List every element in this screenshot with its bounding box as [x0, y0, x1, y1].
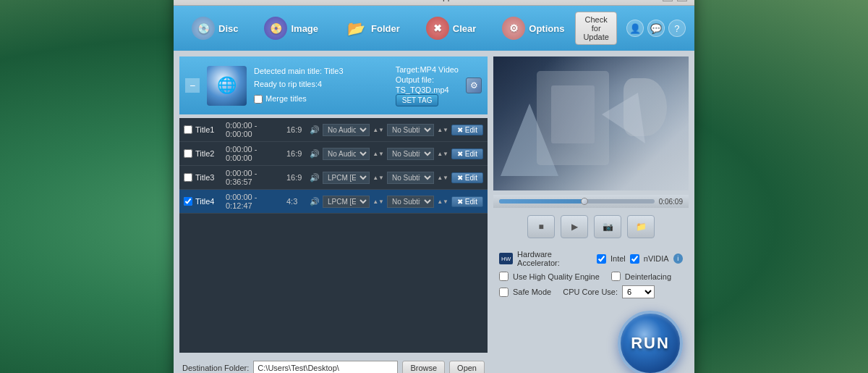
title3-checkbox[interactable] — [184, 173, 192, 182]
intel-label: Intel — [610, 254, 626, 263]
toolbar: 💿 Disc 📀 Image 📂 Folder ✖ Clear ⚙ Option… — [174, 6, 694, 51]
title1-ratio: 16:9 — [286, 125, 307, 134]
play-icon: ▶ — [571, 222, 578, 232]
minimize-button[interactable]: − — [663, 0, 673, 1]
set-tag-button[interactable]: SET TAG — [396, 94, 439, 106]
title1-volume-icon: 🔊 — [310, 125, 320, 135]
title4-time: 0:00:00 - 0:12:47 — [226, 193, 284, 210]
video-preview — [493, 56, 689, 190]
title1-checkbox[interactable] — [184, 125, 192, 134]
window-title: WinX DVD Ripper Platinum — [224, 0, 663, 1]
title2-audio-select[interactable]: No Audio — [323, 148, 370, 160]
title1-audio-select[interactable]: No Audio — [323, 124, 370, 136]
title2-edit-button[interactable]: ✖ Edit — [451, 148, 483, 159]
disc-thumbnail: 🌐 — [207, 66, 247, 106]
target-info: Target:MP4 Video Output file: TS_TQ3D.mp… — [396, 65, 459, 106]
community-button[interactable]: 💬 — [647, 20, 665, 37]
browse-button[interactable]: Browse — [402, 361, 445, 373]
title3-subtitle-arrow-icon: ▲▼ — [437, 175, 448, 181]
progress-time: 0:06:09 — [659, 198, 683, 206]
title3-edit-button[interactable]: ✖ Edit — [451, 172, 483, 183]
title1-subtitle-arrow-icon: ▲▼ — [437, 127, 448, 133]
ready-rip-info: Ready to rip titles:4 — [254, 78, 388, 91]
image-button[interactable]: 📀 Image — [257, 13, 326, 43]
image-label: Image — [291, 23, 318, 34]
close-button[interactable]: ✕ — [677, 0, 687, 1]
quality-deinterlace-row: Use High Quality Engine Deinterlacing — [499, 272, 683, 281]
title3-name: Title3 — [195, 173, 223, 182]
cpu-core-label: CPU Core Use: — [563, 288, 618, 296]
progress-thumb — [581, 198, 588, 205]
title4-ratio: 4:3 — [286, 197, 307, 206]
snapshot-button[interactable]: 📷 — [594, 215, 621, 238]
title2-time: 0:00:00 - 0:00:00 — [226, 145, 284, 162]
open-button[interactable]: Open — [449, 361, 485, 373]
cpu-core-select[interactable]: 6 1 2 4 8 — [622, 285, 655, 298]
title4-subtitle-select[interactable]: No Subtitle — [387, 196, 434, 208]
title2-audio-arrow-icon: ▲▼ — [373, 151, 384, 157]
destination-input[interactable] — [253, 361, 398, 373]
merge-titles-label: Merge titles — [265, 93, 307, 106]
user-account-button[interactable]: 👤 — [626, 20, 644, 37]
high-quality-checkbox[interactable] — [499, 272, 509, 281]
title3-audio-select[interactable]: LPCM [English] 2Ch — [323, 172, 370, 184]
titles-table: Title1 0:00:00 - 0:00:00 16:9 🔊 No Audio… — [179, 118, 488, 353]
open-folder-button[interactable]: 📁 — [627, 215, 655, 238]
title3-volume-icon: 🔊 — [310, 173, 320, 183]
title4-name: Title4 — [195, 197, 223, 206]
clear-button[interactable]: ✖ Clear — [419, 13, 484, 43]
destination-label: Destination Folder: — [182, 364, 249, 372]
play-button[interactable]: ▶ — [561, 215, 588, 238]
clear-label: Clear — [453, 23, 477, 34]
table-row: Title4 0:00:00 - 0:12:47 4:3 🔊 LPCM [Eng… — [179, 190, 488, 214]
table-row: Title1 0:00:00 - 0:00:00 16:9 🔊 No Audio… — [179, 118, 488, 142]
detected-main-title: Detected main title: Title3 — [254, 65, 388, 78]
title3-subtitle-select[interactable]: No Subtitle — [387, 172, 434, 184]
title4-checkbox[interactable] — [184, 197, 192, 206]
high-quality-label: Use High Quality Engine — [513, 272, 600, 281]
title1-subtitle-select[interactable]: No Subtitle — [387, 124, 434, 136]
title2-ratio: 16:9 — [286, 149, 307, 158]
user-icons-group: 👤 💬 ? — [626, 20, 686, 37]
target-label: Target:MP4 Video — [396, 65, 459, 74]
snapshot-icon: 📷 — [603, 222, 613, 232]
title3-ratio: 16:9 — [286, 173, 307, 182]
playback-controls: ■ ▶ 📷 📁 — [493, 212, 689, 241]
safe-mode-checkbox[interactable] — [499, 288, 509, 297]
run-section: RUN — [493, 307, 689, 373]
video-frame — [493, 56, 689, 190]
stop-icon: ■ — [538, 222, 543, 232]
title3-audio-arrow-icon: ▲▼ — [373, 175, 384, 181]
title2-checkbox[interactable] — [184, 149, 192, 158]
title1-audio-arrow-icon: ▲▼ — [373, 127, 384, 133]
folder-label: Folder — [371, 23, 400, 34]
progress-track[interactable] — [499, 199, 655, 204]
hw-accelerator-row: HW Hardware Accelerator: Intel nVIDIA i — [499, 250, 683, 267]
video-content-svg — [493, 56, 689, 190]
run-button[interactable]: RUN — [618, 311, 683, 373]
empty-area — [179, 214, 488, 308]
title4-edit-button[interactable]: ✖ Edit — [451, 196, 483, 207]
options-button[interactable]: ⚙ Options — [495, 13, 571, 43]
table-row: Title2 0:00:00 - 0:00:00 16:9 🔊 No Audio… — [179, 142, 488, 166]
hardware-options-panel: HW Hardware Accelerator: Intel nVIDIA i … — [493, 246, 689, 303]
check-update-button[interactable]: Check for Update — [575, 12, 616, 45]
nvidia-checkbox[interactable] — [630, 254, 639, 264]
intel-checkbox[interactable] — [597, 254, 606, 264]
stop-button[interactable]: ■ — [527, 215, 555, 238]
settings-icon-button[interactable]: ⚙ — [466, 77, 482, 93]
video-progress-bar: 0:06:09 — [493, 195, 689, 208]
options-icon: ⚙ — [502, 17, 525, 40]
title4-audio-arrow-icon: ▲▼ — [373, 198, 384, 205]
deinterlace-checkbox[interactable] — [611, 272, 621, 281]
merge-titles-checkbox[interactable] — [254, 95, 263, 104]
disc-button[interactable]: 💿 Disc — [184, 13, 245, 43]
disc-minimize-button[interactable]: − — [185, 78, 200, 93]
info-icon[interactable]: i — [673, 253, 683, 264]
help-button[interactable]: ? — [668, 20, 686, 37]
title2-subtitle-select[interactable]: No Subtitle — [387, 148, 434, 160]
folder-button[interactable]: 📂 Folder — [337, 13, 407, 43]
nvidia-label: nVIDIA — [644, 254, 669, 263]
title1-edit-button[interactable]: ✖ Edit — [451, 125, 483, 135]
title4-audio-select[interactable]: LPCM [English] 2Ch — [323, 196, 370, 208]
